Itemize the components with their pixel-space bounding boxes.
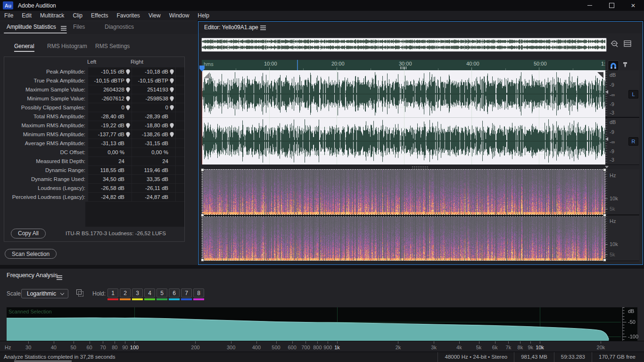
snapshot-frame-icon[interactable] xyxy=(76,289,84,297)
menu-favorites[interactable]: Favorites xyxy=(113,11,144,20)
panel-tab-diagnostics[interactable]: Diagnostics xyxy=(105,21,134,33)
panel-menu-icon[interactable] xyxy=(61,26,66,27)
map-pin-icon[interactable] xyxy=(126,123,130,128)
hold-button-2[interactable]: 2 xyxy=(120,288,131,297)
stat-label: Perceived Loudness (Legacy): xyxy=(4,193,88,202)
hold-button-6[interactable]: 6 xyxy=(169,288,180,297)
stat-value-right: 33,35 dB xyxy=(132,175,176,183)
menu-effects[interactable]: Effects xyxy=(87,11,112,20)
timeline-marker[interactable] xyxy=(297,60,298,70)
spectrogram-canvas[interactable] xyxy=(202,169,605,261)
itu-loudness-value: ITU-R BS.1770-3 Loudness: -26,52 LUFS xyxy=(66,230,166,236)
selection-handle[interactable] xyxy=(603,168,606,172)
channel-badge-r[interactable]: R xyxy=(628,137,638,146)
stat-label: Dynamic Range: xyxy=(4,166,88,175)
menu-window[interactable]: Window xyxy=(165,11,194,20)
channel-badge-l[interactable]: L xyxy=(628,90,638,99)
subtab-rms-settings[interactable]: RMS Settings xyxy=(95,41,130,51)
hold-button-8[interactable]: 8 xyxy=(193,288,204,297)
scale-label: Scale: xyxy=(7,290,22,297)
freq-axis-label: 200 xyxy=(191,345,199,350)
hold-button-7[interactable]: 7 xyxy=(181,288,192,297)
waveform-editor[interactable] xyxy=(202,70,605,165)
menu-view[interactable]: View xyxy=(144,11,165,20)
subtab-general[interactable]: General xyxy=(14,41,34,52)
hold-button-3[interactable]: 3 xyxy=(132,288,143,297)
amplitude-scale-label: dB xyxy=(610,119,616,125)
stat-value-left: -28,40 dB xyxy=(88,112,132,121)
close-button[interactable]: ✕ xyxy=(622,0,644,11)
magnet-icon xyxy=(609,62,618,69)
marker-pin-button[interactable] xyxy=(621,61,629,69)
stats-row: True Peak Amplitude:-10,15 dBTP-10,15 dB… xyxy=(4,76,184,85)
selection-handle[interactable] xyxy=(201,258,204,262)
map-pin-icon[interactable] xyxy=(126,87,130,92)
selection-handle[interactable] xyxy=(201,214,204,217)
db-axis-tick: -50 xyxy=(628,319,636,325)
playhead-line xyxy=(202,70,202,165)
stat-value-left: -26,58 dB xyxy=(88,184,132,192)
stat-value-right: 24 xyxy=(132,157,176,165)
frequency-axis: Hz 3040506070809010020030040050060070080… xyxy=(0,341,644,352)
stat-label: Loudness (Legacy): xyxy=(4,184,88,193)
menu-multitrack[interactable]: Multitrack xyxy=(36,11,68,20)
menu-clip[interactable]: Clip xyxy=(68,11,87,20)
corner-widget-right-icon[interactable] xyxy=(597,72,603,78)
map-pin-icon[interactable] xyxy=(126,105,130,110)
stat-value-right: 0,00 % xyxy=(132,148,176,156)
copy-all-button[interactable]: Copy All xyxy=(11,229,46,239)
menu-edit[interactable]: Edit xyxy=(17,11,36,20)
map-pin-icon[interactable] xyxy=(126,78,130,83)
stats-row: Maximum RMS Amplitude:-19,22 dB-18,80 dB xyxy=(4,121,184,130)
hold-color-swatch xyxy=(181,298,192,300)
selection-handle[interactable] xyxy=(201,168,204,172)
corner-widget-icon[interactable] xyxy=(204,72,210,78)
maximize-button[interactable] xyxy=(601,0,622,11)
overview-waveform-canvas[interactable] xyxy=(202,38,605,50)
stat-value-left: 34,50 dB xyxy=(88,175,132,183)
stats-row: Minimum Sample Value:-2607612-2598538 xyxy=(4,94,184,103)
display-options-icon[interactable] xyxy=(624,40,632,48)
amplitude-scale-label: -9 xyxy=(610,82,614,88)
stat-value-right: -31,15 dB xyxy=(132,139,176,148)
editor-tab[interactable]: Editor: Yello09A1.ape xyxy=(204,22,258,33)
file-overview-navigator[interactable] xyxy=(201,38,607,52)
selection-handle[interactable] xyxy=(603,214,606,217)
stat-value-right: -2598538 xyxy=(132,94,176,103)
zoom-navigator-icon[interactable] xyxy=(610,40,619,49)
map-pin-icon[interactable] xyxy=(170,78,174,83)
panel-menu-icon[interactable] xyxy=(57,275,62,276)
timeline-ruler[interactable]: hms 10:0020:0030:0040:0050:001:00:00 xyxy=(202,60,605,70)
map-pin-icon[interactable] xyxy=(170,105,174,110)
map-pin-icon[interactable] xyxy=(170,96,174,101)
scan-selection-button[interactable]: Scan Selection xyxy=(5,249,57,259)
map-pin-icon[interactable] xyxy=(170,87,174,92)
map-pin-icon[interactable] xyxy=(170,123,174,128)
hold-button-5[interactable]: 5 xyxy=(157,288,167,297)
stats-row: Peak Amplitude:-10,15 dB-10,18 dB xyxy=(4,67,184,76)
map-pin-icon[interactable] xyxy=(126,132,130,137)
panel-tab-amplitude-statistics[interactable]: Amplitude Statistics xyxy=(7,21,66,33)
map-pin-icon[interactable] xyxy=(170,132,174,137)
map-pin-icon[interactable] xyxy=(126,96,130,101)
hold-button-4[interactable]: 4 xyxy=(144,288,155,297)
stats-table: Left Right Peak Amplitude:-10,15 dB-10,1… xyxy=(4,57,185,242)
minimize-button[interactable] xyxy=(579,0,601,11)
selection-handle[interactable] xyxy=(603,258,606,262)
map-pin-icon[interactable] xyxy=(170,69,174,74)
waveform-canvas[interactable] xyxy=(202,70,605,165)
panel-tab-files[interactable]: Files xyxy=(73,21,85,33)
scale-dropdown[interactable]: Logarithmic xyxy=(21,289,68,298)
map-pin-icon[interactable] xyxy=(126,69,130,74)
hold-button-1[interactable]: 1 xyxy=(107,288,118,297)
spectral-display[interactable] xyxy=(202,169,605,261)
view-divider-handle[interactable] xyxy=(202,165,605,169)
menu-file[interactable]: File xyxy=(0,11,17,20)
subtab-rms-histogram[interactable]: RMS Histogram xyxy=(47,41,87,51)
stat-label: DC Offset: xyxy=(4,148,88,157)
snap-toggle-button[interactable] xyxy=(608,60,619,71)
main-area: Amplitude StatisticsFilesDiagnostics Gen… xyxy=(0,20,644,265)
menu-help[interactable]: Help xyxy=(193,11,214,20)
status-segment: 981,43 MB xyxy=(514,352,554,362)
panel-menu-icon[interactable] xyxy=(260,25,266,26)
